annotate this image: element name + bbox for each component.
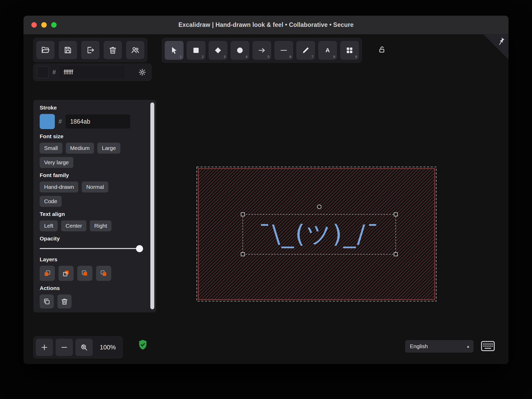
keyboard-icon[interactable] [481,341,495,352]
tool-diamond[interactable]: 3 [209,41,227,60]
font-size-label: Font size [40,133,144,140]
actions-label: Actions [40,285,144,291]
duplicate-button[interactable] [40,294,54,309]
window-controls [31,16,57,34]
send-backward-button[interactable] [58,266,74,281]
text-align-left[interactable]: Left [40,220,58,231]
send-to-back-icon [43,269,51,277]
tool-shortcut: 9 [355,55,357,59]
background-hash-label: # [52,69,56,76]
canvas-background-row: # [33,64,151,81]
bring-forward-icon [81,269,89,277]
bring-to-front-icon [100,269,108,277]
tools-toolbar: 1 2 3 4 [162,38,362,63]
rectangle-icon [192,46,200,55]
save-icon [63,46,72,55]
diamond-icon [214,46,222,55]
cursor-icon [170,46,178,55]
font-size-large[interactable]: Large [97,143,120,154]
font-size-very-large[interactable]: Very large [40,157,73,168]
tool-ellipse[interactable]: 4 [230,41,249,60]
users-icon [131,46,140,55]
trash-icon [108,46,117,55]
lock-open-icon [378,45,386,54]
properties-panel: Stroke # Font size Small Medium Large Ve… [33,100,156,312]
text-align-right[interactable]: Right [90,220,111,231]
tool-shortcut: 7 [311,55,313,59]
excalidraw-window: Excalidraw | Hand-drawn look & feel • Co… [23,16,509,364]
rotation-handle[interactable] [317,205,321,209]
export-button[interactable] [81,41,99,59]
tool-shortcut: 6 [289,55,291,59]
duplicate-icon [43,298,51,305]
trash-icon [61,298,68,305]
minimize-button[interactable] [41,22,47,28]
tool-shortcut: 8 [333,55,335,59]
titlebar: Excalidraw | Hand-drawn look & feel • Co… [23,16,509,34]
background-hex-input[interactable] [60,66,124,78]
settings-button[interactable] [137,66,148,78]
fullscreen-button[interactable] [51,22,57,28]
stroke-color-swatch[interactable] [40,114,55,129]
tool-shortcut: 1 [180,55,182,59]
shrug-text-element[interactable]: ¯\_(ツ)_/¯ [243,214,396,254]
font-family-hand-drawn[interactable]: Hand-drawn [40,182,78,192]
pin-icon[interactable] [496,36,507,47]
app-content: # 1 2 [23,34,509,364]
text-icon: A [323,46,332,55]
zoom-in-button[interactable] [36,339,53,356]
tool-text[interactable]: A 8 [318,41,337,60]
delete-button[interactable] [57,294,72,309]
text-align-center[interactable]: Center [61,220,86,231]
bring-to-front-button[interactable] [96,266,111,281]
zoom-reset-button[interactable] [75,339,93,356]
tool-rectangle[interactable]: 2 [187,41,205,60]
font-family-options: Hand-drawn Normal Code [40,182,128,207]
bring-forward-button[interactable] [77,266,92,281]
zoom-level[interactable]: 100% [95,344,120,351]
stroke-hex-input[interactable] [66,114,130,129]
opacity-slider-knob[interactable] [136,245,143,252]
ellipse-icon [236,46,244,55]
keep-tool-active-toggle[interactable] [376,44,388,55]
library-grid-icon [345,46,354,55]
background-color-swatch[interactable] [37,66,49,78]
tool-draw[interactable]: 7 [296,41,315,60]
shield-check-icon[interactable] [137,339,148,351]
clear-canvas-button[interactable] [104,41,122,59]
actions-buttons [40,294,144,309]
font-size-small[interactable]: Small [40,143,62,154]
tool-line[interactable]: 6 [274,41,293,60]
tool-library[interactable]: 9 [340,41,359,60]
font-family-normal[interactable]: Normal [82,182,108,192]
panel-scrollbar[interactable] [150,102,154,309]
language-select[interactable]: English ▲ [405,340,474,353]
window-title: Excalidraw | Hand-drawn look & feel • Co… [178,21,353,28]
font-family-label: Font family [40,172,144,178]
svg-text:A: A [326,47,330,53]
caret-up-icon: ▲ [466,344,474,348]
minus-icon [60,343,68,351]
plus-icon [40,343,48,351]
file-toolbar [33,38,147,62]
open-button[interactable] [36,41,55,59]
font-size-medium[interactable]: Medium [66,143,94,154]
zoom-out-button[interactable] [56,339,73,356]
layers-label: Layers [40,256,144,263]
save-button[interactable] [59,41,77,59]
text-align-options: Left Center Right [40,220,128,231]
close-button[interactable] [31,22,37,28]
send-to-back-button[interactable] [40,266,55,281]
stroke-label: Stroke [40,105,144,111]
font-family-code[interactable]: Code [40,196,62,207]
tool-selection[interactable]: 1 [165,41,184,60]
collaboration-button[interactable] [126,41,144,59]
gear-icon [138,68,146,76]
stroke-color-row: # [40,114,144,129]
line-icon [280,46,288,55]
tool-arrow[interactable]: 5 [252,41,271,60]
tool-shortcut: 5 [268,55,269,59]
opacity-slider[interactable] [40,245,143,252]
text-align-label: Text align [40,211,144,217]
arrow-icon [258,46,266,55]
